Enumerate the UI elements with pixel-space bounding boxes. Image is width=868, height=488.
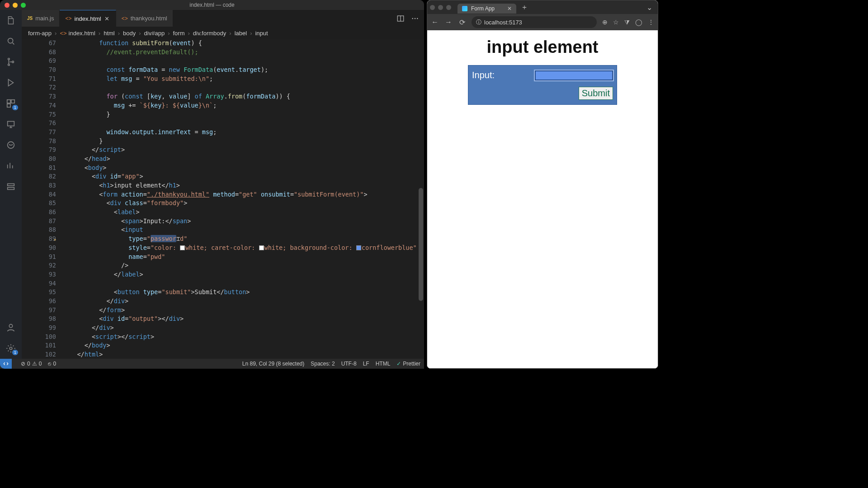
rendered-page: input element Input: Submit: [427, 30, 658, 368]
svg-rect-5: [11, 100, 14, 103]
browser-traffic-lights: [430, 5, 451, 10]
broadcast-icon: ⎋: [48, 361, 51, 367]
star-icon[interactable]: ☆: [613, 19, 619, 26]
window-maximize-icon[interactable]: [21, 3, 26, 8]
settings-badge: 1: [12, 350, 18, 355]
remote-indicator-icon[interactable]: [0, 359, 12, 369]
window-title: index.html — code: [0, 2, 424, 8]
browser-tab[interactable]: Form App ✕: [458, 4, 516, 14]
breadcrumb[interactable]: form-app› <> index.html› html› body› div…: [22, 27, 424, 39]
svg-point-2: [8, 64, 10, 66]
tinacms-icon[interactable]: [5, 139, 17, 151]
back-icon[interactable]: ←: [431, 18, 439, 26]
error-icon: ⊘: [21, 361, 25, 367]
status-bar: ⊘0 ⚠0 ⎋0 Ln 89, Col 29 (8 selected) Spac…: [0, 359, 424, 369]
mac-titlebar: index.html — code: [0, 0, 424, 10]
tab-row: JS main.js <> index.html ✕ <> thankyou.h…: [22, 10, 424, 27]
svg-point-0: [8, 38, 13, 43]
browser-window: Form App ✕ ＋ ⌄ ← → ⟳ ⓘ localhost:5173 ⊕ …: [427, 0, 658, 369]
tab-label: index.html: [74, 15, 101, 22]
new-tab-button[interactable]: ＋: [518, 3, 531, 12]
more-actions-icon[interactable]: [410, 14, 420, 23]
svg-point-11: [9, 324, 12, 328]
problems-indicator[interactable]: ⊘0 ⚠0: [21, 361, 42, 367]
check-icon: ✓: [396, 361, 401, 367]
ports-indicator[interactable]: ⎋0: [48, 361, 56, 367]
formatter[interactable]: ✓ Prettier: [396, 361, 420, 367]
html-file-icon: <>: [122, 15, 128, 22]
zoom-icon[interactable]: ⊕: [602, 19, 608, 26]
run-debug-icon[interactable]: [5, 77, 17, 89]
kebab-menu-icon[interactable]: ⋮: [648, 19, 654, 26]
extensions-badge: 1: [12, 105, 18, 110]
browser-tab-title: Form App: [471, 5, 495, 12]
tab-index-html[interactable]: <> index.html ✕: [60, 10, 116, 27]
browser-toolbar: ← → ⟳ ⓘ localhost:5173 ⊕ ☆ ⧩ ◯ ⋮: [427, 14, 658, 30]
close-icon[interactable]: ✕: [507, 5, 512, 12]
window-minimize-icon[interactable]: [13, 3, 18, 8]
tab-thankyou-html[interactable]: <> thankyou.html: [116, 10, 173, 27]
vscode-window: index.html — code 1: [0, 0, 424, 369]
window-close-icon[interactable]: [5, 3, 9, 8]
toolbar-right: ⊕ ☆ ⧩ ◯ ⋮: [602, 19, 654, 26]
site-info-icon[interactable]: ⓘ: [476, 19, 481, 26]
favicon-icon: [462, 6, 467, 11]
editor-scrollbar[interactable]: [419, 188, 423, 301]
code-editor[interactable]: 6768697071727374757677787980818283848586…: [22, 39, 424, 359]
svg-point-1: [8, 58, 10, 60]
svg-rect-7: [8, 122, 14, 126]
extensions-icon[interactable]: 1: [5, 98, 17, 109]
submit-button[interactable]: Submit: [579, 87, 613, 100]
window-minimize-icon[interactable]: [438, 5, 443, 10]
browser-tab-strip: Form App ✕ ＋ ⌄: [427, 0, 658, 14]
svg-rect-9: [8, 184, 14, 186]
source-control-icon[interactable]: [5, 56, 17, 68]
password-input[interactable]: [535, 70, 613, 80]
profile-icon[interactable]: ◯: [635, 19, 642, 26]
cursor-position[interactable]: Ln 89, Col 29 (8 selected): [242, 361, 304, 367]
search-icon[interactable]: [5, 35, 17, 47]
forward-icon[interactable]: →: [444, 18, 453, 26]
settings-gear-icon[interactable]: 1: [5, 343, 17, 354]
graph-icon[interactable]: [5, 160, 17, 172]
html-file-icon: <>: [65, 15, 71, 22]
explorer-icon[interactable]: [5, 14, 17, 26]
svg-point-15: [415, 18, 415, 19]
close-icon[interactable]: ✕: [104, 15, 110, 22]
window-maximize-icon[interactable]: [446, 5, 451, 10]
extensions-puzzle-icon[interactable]: ⧩: [624, 19, 630, 26]
remote-explorer-icon[interactable]: [5, 118, 17, 130]
tab-label: thankyou.html: [131, 15, 167, 22]
split-editor-icon[interactable]: [396, 14, 405, 23]
tab-label: main.js: [35, 15, 54, 22]
activity-bar: 1: [0, 10, 22, 359]
svg-point-14: [412, 18, 413, 19]
server-icon[interactable]: [5, 181, 17, 192]
indentation[interactable]: Spaces: 2: [311, 361, 335, 367]
tab-main-js[interactable]: JS main.js: [22, 10, 60, 27]
tab-actions: [396, 10, 424, 27]
encoding[interactable]: UTF-8: [341, 361, 357, 367]
url-text: localhost:5173: [484, 19, 522, 26]
svg-point-12: [9, 347, 12, 350]
editor-area: JS main.js <> index.html ✕ <> thankyou.h…: [22, 10, 424, 359]
input-label: Input:: [472, 70, 530, 80]
traffic-lights: [5, 3, 26, 8]
eol[interactable]: LF: [363, 361, 369, 367]
window-close-icon[interactable]: [430, 5, 435, 10]
language-mode[interactable]: HTML: [376, 361, 391, 367]
page-heading: input element: [486, 38, 598, 57]
svg-point-16: [417, 18, 418, 19]
form-container: Input: Submit: [468, 65, 617, 105]
code-lines[interactable]: ✦ function submitForm(event) { //event.p…: [66, 39, 424, 359]
js-file-icon: JS: [27, 16, 33, 21]
chevron-down-icon[interactable]: ⌄: [646, 3, 655, 12]
reload-icon[interactable]: ⟳: [458, 18, 466, 27]
warning-icon: ⚠: [32, 361, 37, 367]
url-bar[interactable]: ⓘ localhost:5173: [472, 16, 597, 28]
svg-point-3: [12, 61, 14, 63]
svg-rect-6: [7, 104, 10, 107]
svg-rect-10: [8, 188, 14, 190]
line-number-gutter: 6768697071727374757677787980818283848586…: [22, 39, 66, 359]
account-icon[interactable]: [5, 322, 17, 333]
